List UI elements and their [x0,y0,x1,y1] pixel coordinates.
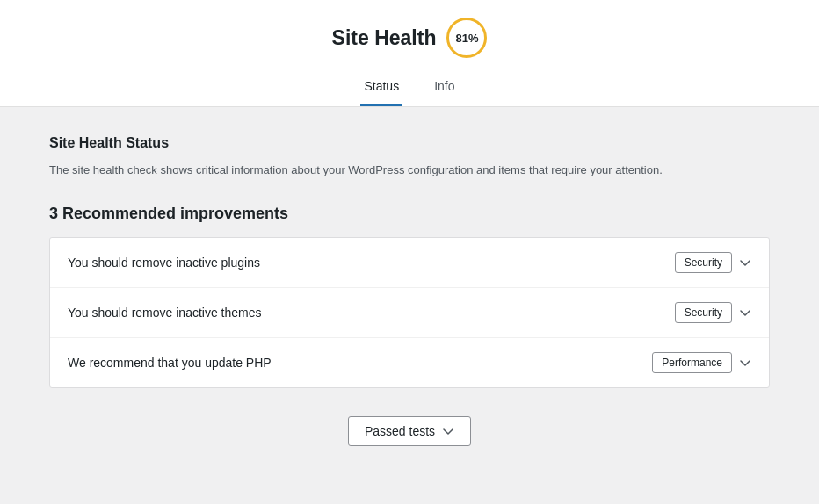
title-row: Site Health 81% [332,18,488,58]
issue-right-inactive-themes: Security [675,302,751,323]
header: Site Health 81% Status Info [0,0,819,107]
issue-item-update-php[interactable]: We recommend that you update PHP Perform… [50,338,769,387]
health-score-circle: 81% [446,18,487,58]
passed-tests-section: Passed tests [49,416,770,446]
tab-status[interactable]: Status [360,72,402,106]
chevron-down-icon-inactive-themes [739,306,751,319]
improvements-heading: 3 Recommended improvements [49,205,770,223]
issue-right-inactive-plugins: Security [675,252,751,273]
tab-info[interactable]: Info [431,72,458,106]
passed-tests-label: Passed tests [365,424,435,438]
issue-item-inactive-plugins[interactable]: You should remove inactive plugins Secur… [50,238,769,288]
issue-item-inactive-themes[interactable]: You should remove inactive themes Securi… [50,288,769,338]
issue-label-inactive-plugins: You should remove inactive plugins [68,256,260,270]
description-text: The site health check shows critical inf… [49,162,770,180]
health-score-value: 81% [455,32,478,45]
issue-label-inactive-themes: You should remove inactive themes [68,306,262,320]
tag-update-php: Performance [652,352,732,373]
section-title: Site Health Status [49,135,770,151]
main-content: Site Health Status The site health check… [14,107,805,474]
chevron-down-icon-passed-tests [442,425,454,437]
page-title: Site Health [332,26,437,50]
tag-inactive-themes: Security [675,302,732,323]
chevron-down-icon-update-php [739,356,751,369]
chevron-down-icon-inactive-plugins [739,256,751,269]
tag-inactive-plugins: Security [675,252,732,273]
passed-tests-button[interactable]: Passed tests [348,416,471,446]
issue-label-update-php: We recommend that you update PHP [68,356,272,370]
issues-list: You should remove inactive plugins Secur… [49,237,770,388]
tab-nav: Status Info [360,72,458,106]
issue-right-update-php: Performance [652,352,751,373]
